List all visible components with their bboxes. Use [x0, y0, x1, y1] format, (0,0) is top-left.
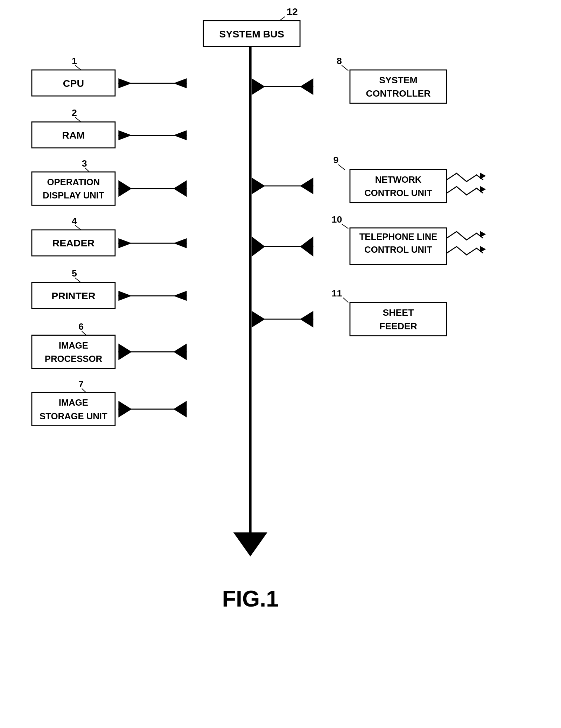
telephone-line-label: TELEPHONE LINE: [359, 232, 437, 241]
ref-8: 8: [337, 56, 342, 66]
svg-text:FEEDER: FEEDER: [379, 321, 417, 331]
svg-marker-56: [480, 186, 486, 192]
svg-line-49: [338, 164, 345, 170]
ref-3: 3: [82, 158, 87, 169]
svg-text:CONTROL UNIT: CONTROL UNIT: [364, 188, 432, 198]
svg-marker-55: [480, 173, 486, 179]
svg-marker-64: [480, 246, 486, 253]
svg-text:CONTROLLER: CONTROLLER: [366, 88, 431, 99]
system-controller-label: SYSTEM: [379, 75, 418, 85]
svg-text:12: 12: [287, 6, 298, 17]
ref-5: 5: [72, 268, 77, 279]
image-storage-unit-label: IMAGE: [59, 398, 88, 407]
ref-10: 10: [332, 214, 342, 225]
svg-marker-63: [480, 231, 486, 238]
svg-text:STORAGE UNIT: STORAGE UNIT: [40, 411, 107, 421]
network-control-unit-label: NETWORK: [375, 175, 422, 184]
ref-2: 2: [72, 107, 77, 118]
ref-9: 9: [333, 155, 338, 165]
ref-7: 7: [78, 379, 84, 389]
cpu-label: CPU: [63, 78, 84, 89]
ref-4: 4: [72, 216, 77, 226]
svg-text:CONTROL UNIT: CONTROL UNIT: [364, 245, 432, 254]
sheet-feeder-label: SHEET: [383, 307, 414, 318]
svg-text:DISPLAY UNIT: DISPLAY UNIT: [43, 190, 104, 200]
operation-display-unit-label: OPERATION: [47, 177, 100, 187]
ref-11: 11: [332, 288, 342, 299]
image-processor-label: IMAGE: [59, 341, 88, 350]
figure-label: FIG.1: [222, 586, 279, 611]
svg-marker-4: [233, 532, 267, 556]
ref-6: 6: [78, 321, 84, 332]
svg-line-65: [343, 298, 348, 302]
ram-label: RAM: [62, 130, 85, 141]
svg-line-57: [342, 224, 348, 229]
ref-1: 1: [72, 56, 77, 66]
reader-label: READER: [52, 237, 95, 248]
printer-label: PRINTER: [51, 290, 96, 301]
system-bus-label: SYSTEM BUS: [219, 28, 284, 40]
svg-text:PROCESSOR: PROCESSOR: [45, 354, 103, 364]
svg-line-43: [342, 65, 348, 71]
